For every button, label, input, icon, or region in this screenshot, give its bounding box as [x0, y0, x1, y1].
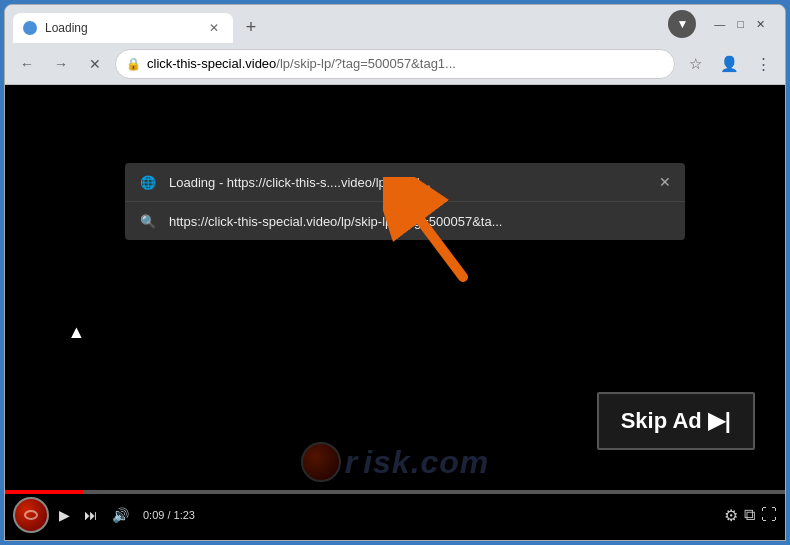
channel-logo [13, 497, 49, 533]
video-player: ▲ r isk.com Skip Ad ▶| [5, 85, 785, 540]
url-display: click-this-special.video/lp/skip-lp/?tag… [147, 56, 664, 71]
video-controls: ▶ ⏭ 🔊 0:09 / 1:23 ⚙ ⧉ ⛶ [5, 490, 785, 540]
url-path: /lp/skip-lp/?tag=500057&tag1... [276, 56, 456, 71]
right-controls: ⚙ ⧉ ⛶ [724, 506, 777, 525]
new-tab-button[interactable]: + [237, 13, 265, 41]
next-button[interactable]: ⏭ [80, 505, 102, 525]
search-icon: 🔍 [139, 212, 157, 230]
stop-button[interactable]: ✕ [81, 50, 109, 78]
title-bar: Loading ✕ + ▼ — □ ✕ [5, 5, 785, 43]
watermark-text-2: isk.com [363, 444, 489, 481]
window-controls: — □ ✕ [702, 5, 777, 43]
browser-window: Loading ✕ + ▼ — □ ✕ ← → ✕ 🔒 click-this-s… [4, 4, 786, 541]
url-domain: click-this-special.video [147, 56, 276, 71]
dropdown-item-1[interactable]: 🌐 Loading - https://click-this-s....vide… [125, 163, 685, 202]
progress-filled [5, 490, 83, 494]
bookmark-button[interactable]: ☆ [681, 50, 709, 78]
settings-icon[interactable]: ⚙ [724, 506, 738, 525]
volume-button[interactable]: 🔊 [108, 505, 133, 525]
tab-favicon [23, 21, 37, 35]
skip-ad-label: Skip Ad ▶| [621, 408, 731, 434]
watermark-text: r [345, 444, 359, 481]
skip-ad-button[interactable]: Skip Ad ▶| [597, 392, 755, 450]
fullscreen-icon[interactable]: ⛶ [761, 506, 777, 524]
watermark-logo [301, 442, 341, 482]
browser-tab[interactable]: Loading ✕ [13, 13, 233, 43]
back-button[interactable]: ← [13, 50, 41, 78]
tab-close-button[interactable]: ✕ [205, 19, 223, 37]
dropdown-item-1-text: Loading - https://click-this-s....video/… [169, 175, 647, 190]
dropdown-item-2-text: https://click-this-special.video/lp/skip… [169, 214, 671, 229]
lock-icon: 🔒 [126, 57, 141, 71]
chromium-menu-button[interactable]: ▼ [668, 10, 696, 38]
minimize-button[interactable]: — [714, 18, 725, 30]
progress-bar[interactable] [5, 490, 785, 494]
tab-area: Loading ✕ + [13, 5, 668, 43]
browser-content: 🌐 Loading - https://click-this-s....vide… [5, 85, 785, 540]
chrome-menu-button[interactable]: ⋮ [749, 50, 777, 78]
tab-title: Loading [45, 21, 197, 35]
mouse-cursor: ▲ [67, 322, 85, 343]
address-bar[interactable]: 🔒 click-this-special.video/lp/skip-lp/?t… [115, 49, 675, 79]
forward-button[interactable]: → [47, 50, 75, 78]
maximize-button[interactable]: □ [737, 18, 744, 30]
video-time: 0:09 / 1:23 [143, 509, 195, 521]
close-button[interactable]: ✕ [756, 18, 765, 31]
miniplayer-icon[interactable]: ⧉ [744, 506, 755, 524]
play-button[interactable]: ▶ [55, 505, 74, 525]
globe-icon: 🌐 [139, 173, 157, 191]
dropdown-item-2[interactable]: 🔍 https://click-this-special.video/lp/sk… [125, 202, 685, 240]
profile-button[interactable]: 👤 [715, 50, 743, 78]
toolbar: ← → ✕ 🔒 click-this-special.video/lp/skip… [5, 43, 785, 85]
address-dropdown: 🌐 Loading - https://click-this-s....vide… [125, 163, 685, 240]
dropdown-item-close[interactable]: ✕ [659, 174, 671, 190]
